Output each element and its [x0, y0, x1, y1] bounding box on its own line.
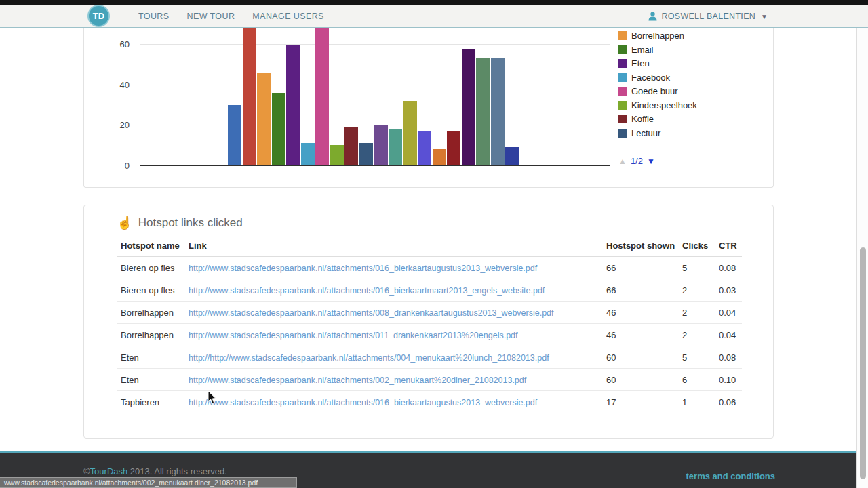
legend-label: Lectuur — [631, 128, 660, 138]
bar-series-11 — [374, 125, 388, 165]
bar-facebook — [301, 143, 315, 165]
user-icon — [648, 12, 657, 21]
cell-ctr: 0.03 — [715, 279, 742, 302]
cell-link: http://www.stadscafedespaarbank.nl/attac… — [184, 324, 602, 346]
hotspot-chart-card: 0 20 40 60 BorrelhappenEmailEtenFacebook… — [83, 28, 774, 188]
hotspot-link[interactable]: http://www.stadscafedespaarbank.nl/attac… — [189, 264, 537, 273]
legend-label: Eten — [631, 58, 650, 68]
copyright-rest: 2013. All rights reserved. — [127, 466, 227, 476]
cell-ctr: 0.04 — [715, 324, 742, 346]
nav-item-new-tour[interactable]: NEW TOUR — [187, 12, 235, 21]
cell-clicks: 1 — [678, 391, 715, 413]
legend-item-eten[interactable]: Eten — [618, 58, 650, 69]
legend-item-goede-buur[interactable]: Goede buur — [618, 85, 678, 97]
y-axis-tick-0: 0 — [84, 161, 130, 171]
cell-hotspot-shown: 66 — [602, 257, 678, 279]
cell-hotspot-name: Bieren op fles — [117, 257, 184, 279]
legend-item-lectuur[interactable]: Lectuur — [618, 127, 660, 139]
brand-link[interactable]: TourDash — [90, 466, 128, 476]
cell-hotspot-name: Eten — [117, 346, 184, 369]
browser-status-bar: www.stadscafedespaarbank.nl/attachments/… — [0, 477, 297, 488]
hotspot-link[interactable]: http://www.stadscafedespaarbank.nl/attac… — [189, 375, 526, 385]
col-ctr: CTR — [715, 235, 742, 257]
legend-label: Kinderspeelhoek — [631, 100, 697, 110]
table-row: Bieren op fleshttp://www.stadscafedespaa… — [117, 279, 742, 302]
bar-series-2 — [243, 28, 256, 165]
cell-hotspot-name: Eten — [117, 369, 184, 391]
legend-swatch — [618, 59, 627, 68]
cell-clicks: 2 — [678, 302, 715, 324]
legend-swatch — [618, 31, 627, 40]
col-hotspot-name: Hotspot name — [117, 235, 184, 257]
cell-hotspot-shown: 60 — [602, 369, 678, 391]
cell-link: http://www.stadscafedespaarbank.nl/attac… — [184, 369, 602, 391]
legend-swatch — [618, 129, 627, 138]
cell-hotspot-shown: 46 — [602, 302, 678, 324]
legend-page-up-icon[interactable]: ▲ — [618, 157, 627, 166]
legend-item-facebook[interactable]: Facebook — [618, 72, 670, 83]
copyright-symbol: © — [83, 466, 90, 476]
cell-ctr: 0.10 — [715, 369, 742, 391]
legend-item-email[interactable]: Email — [618, 44, 654, 56]
table-header-row: Hotspot name Link Hostspot shown Clicks … — [117, 235, 742, 257]
terms-link[interactable]: terms and conditions — [686, 471, 775, 481]
hotspot-link[interactable]: http://www.stadscafedespaarbank.nl/attac… — [189, 331, 518, 340]
hotspot-link[interactable]: http://www.stadscafedespaarbank.nl/attac… — [189, 308, 554, 318]
legend-swatch — [618, 87, 627, 96]
legend-swatch — [618, 73, 627, 82]
cell-hotspot-shown: 60 — [602, 346, 678, 369]
legend-page-indicator: 1/2 — [631, 156, 643, 166]
cell-hotspot-name: Borrelhappen — [117, 302, 184, 324]
card-title-row: ☝ Hotspot links clicked — [117, 216, 243, 230]
hotspot-link[interactable]: http://www.stadscafedespaarbank.nl/attac… — [189, 286, 545, 296]
y-axis-tick-60: 60 — [84, 39, 130, 49]
cell-link: http://www.stadscafedespaarbank.nl/attac… — [184, 302, 602, 324]
cell-ctr: 0.04 — [715, 302, 742, 324]
legend-item-koffie[interactable]: Koffie — [618, 113, 654, 125]
scrollbar-track[interactable] — [856, 28, 868, 488]
user-menu[interactable]: ROSWELL BALENTIEN ▼ — [648, 5, 768, 27]
table-row: Tapbierenhttp://www.stadscafedespaarbank… — [117, 391, 742, 413]
col-clicks: Clicks — [678, 235, 715, 257]
legend-item-kinderspeelhoek[interactable]: Kinderspeelhoek — [618, 100, 697, 111]
cell-link: http://www.stadscafedespaarbank.nl/attac… — [184, 279, 602, 302]
legend-pager: ▲ 1/2 ▼ — [618, 156, 655, 166]
gridline-60 — [140, 44, 610, 45]
legend-label: Email — [631, 45, 654, 55]
cell-clicks: 5 — [678, 257, 715, 279]
bar-borrelhappen — [257, 73, 271, 165]
cell-clicks: 2 — [678, 324, 715, 346]
bar-email — [272, 93, 285, 165]
cell-ctr: 0.06 — [715, 391, 742, 413]
main-content: 0 20 40 60 BorrelhappenEmailEtenFacebook… — [0, 28, 868, 451]
legend-item-borrelhappen[interactable]: Borrelhappen — [618, 30, 684, 41]
legend-swatch — [618, 45, 627, 54]
hotspot-link[interactable]: http://www.stadscafedespaarbank.nl/attac… — [189, 398, 537, 407]
tourdash-logo[interactable]: TD — [87, 5, 110, 27]
cell-hotspot-name: Borrelhappen — [117, 324, 184, 346]
hotspot-links-card: ☝ Hotspot links clicked Hotspot name Lin… — [83, 205, 774, 439]
legend-swatch — [618, 101, 627, 110]
legend-page-down-icon[interactable]: ▼ — [647, 157, 655, 166]
legend-label: Facebook — [631, 73, 670, 83]
browser-top-strip — [0, 0, 868, 5]
bar-series-13 — [403, 101, 417, 165]
legend-label: Koffie — [631, 114, 654, 124]
cell-link: http://http://www.stadscafedespaarbank.n… — [184, 346, 602, 369]
hotspot-link[interactable]: http://http://www.stadscafedespaarbank.n… — [189, 353, 549, 363]
table-row: Borrelhappenhttp://www.stadscafedespaarb… — [117, 302, 742, 324]
cell-hotspot-shown: 17 — [602, 391, 678, 413]
copyright-text: ©TourDash 2013. All rights reserved. — [83, 466, 227, 476]
nav-item-manage-users[interactable]: MANAGE USERS — [252, 12, 324, 21]
cell-ctr: 0.08 — [715, 346, 742, 369]
legend-label: Goede buur — [631, 86, 678, 96]
bar-series-14 — [418, 131, 431, 165]
bar-series-12 — [389, 129, 402, 165]
bar-series-19 — [491, 58, 505, 165]
cell-hotspot-shown: 46 — [602, 324, 678, 346]
scrollbar-thumb[interactable] — [860, 247, 866, 479]
user-name: ROSWELL BALENTIEN — [661, 12, 755, 21]
bar-series-20 — [505, 147, 519, 165]
nav-item-tours[interactable]: TOURS — [138, 12, 170, 21]
y-axis-tick-40: 40 — [84, 80, 130, 90]
